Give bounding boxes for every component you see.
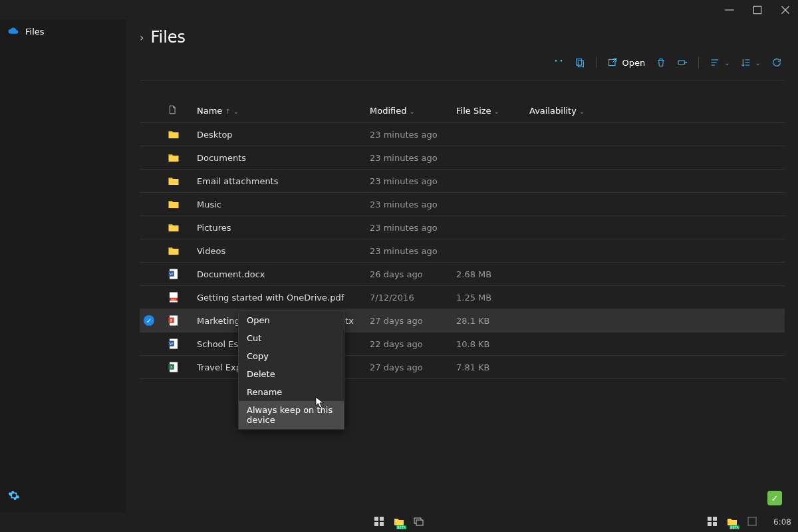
file-size <box>452 216 525 239</box>
open-label: Open <box>622 58 645 68</box>
tray-icon[interactable] <box>747 516 757 529</box>
col-name[interactable]: Name↑⌄ <box>193 99 366 123</box>
taskbar-clock[interactable]: 6:08 <box>773 517 791 527</box>
open-button[interactable]: Open <box>604 55 648 70</box>
close-button[interactable] <box>779 4 791 16</box>
file-name[interactable]: Email attachments <box>193 170 366 193</box>
table-row[interactable]: Music23 minutes ago <box>140 193 785 216</box>
file-availability <box>525 332 618 356</box>
delete-button[interactable] <box>653 55 669 70</box>
table-row[interactable]: Documents23 minutes ago <box>140 146 785 170</box>
table-row[interactable]: ✓PMarketing Strategy - 2020 Plan.pptx27 … <box>140 309 785 332</box>
sidebar-bottom <box>0 481 126 512</box>
table-row[interactable]: Videos23 minutes ago <box>140 239 785 263</box>
file-name[interactable]: Music <box>193 193 366 216</box>
file-size: 7.81 KB <box>452 356 525 379</box>
svg-text:W: W <box>170 272 174 276</box>
row-check[interactable] <box>140 216 164 239</box>
sort-button[interactable]: ⌄ <box>707 55 732 70</box>
titlebar <box>0 0 798 20</box>
app-window: Files › Files Open <box>0 0 798 512</box>
row-check[interactable] <box>140 286 164 309</box>
file-modified: 7/12/2016 <box>366 286 452 309</box>
sync-status-badge[interactable]: ✓ <box>767 491 782 505</box>
table-row[interactable]: Pictures23 minutes ago <box>140 216 785 239</box>
file-availability <box>525 286 618 309</box>
context-menu: OpenCutCopyDeleteRenameAlways keep on th… <box>238 311 344 430</box>
svg-rect-4 <box>577 59 582 65</box>
context-menu-item[interactable]: Copy <box>239 347 344 365</box>
svg-rect-24 <box>380 517 384 521</box>
file-type-icon <box>164 170 193 193</box>
sidebar: Files <box>0 20 126 512</box>
cloud-icon <box>8 25 19 38</box>
file-name[interactable]: Desktop <box>193 123 366 146</box>
row-check[interactable] <box>140 263 164 286</box>
table-row[interactable]: XTravel Expenses.xlsx27 days ago7.81 KB <box>140 356 785 379</box>
file-availability <box>525 146 618 170</box>
settings-button[interactable] <box>8 491 20 504</box>
svg-rect-28 <box>416 520 423 525</box>
cut-button[interactable] <box>551 55 567 70</box>
row-check[interactable] <box>140 146 164 170</box>
row-check[interactable] <box>140 193 164 216</box>
table-row[interactable]: WSchool Essay.docx22 days ago10.8 KB <box>140 332 785 356</box>
file-size: 28.1 KB <box>452 309 525 332</box>
refresh-button[interactable] <box>769 55 785 70</box>
file-name[interactable]: Document.docx <box>193 263 366 286</box>
table-row[interactable]: Desktop23 minutes ago <box>140 123 785 146</box>
chevron-down-icon: ⌄ <box>724 59 730 66</box>
col-filesize[interactable]: File Size⌄ <box>452 99 525 123</box>
svg-rect-30 <box>713 517 717 521</box>
row-check[interactable] <box>140 123 164 146</box>
context-menu-item[interactable]: Cut <box>239 329 344 347</box>
minimize-button[interactable] <box>724 4 735 16</box>
cursor-icon <box>315 396 325 408</box>
file-name[interactable]: Videos <box>193 239 366 263</box>
context-menu-item[interactable]: Open <box>239 311 344 329</box>
chevron-down-icon: ⌄ <box>494 108 499 115</box>
chevron-down-icon: ⌄ <box>755 59 761 66</box>
start-button[interactable] <box>374 516 384 529</box>
svg-rect-7 <box>678 61 684 65</box>
taskbar-right: 6:08 <box>707 516 791 529</box>
file-name[interactable]: Documents <box>193 146 366 170</box>
col-availability[interactable]: Availability⌄ <box>525 99 618 123</box>
file-name[interactable]: Getting started with OneDrive.pdf <box>193 286 366 309</box>
explorer-taskbar-icon[interactable] <box>394 516 404 529</box>
main: › Files Open ⌄ ⌄ <box>126 20 798 512</box>
table-row[interactable]: Email attachments23 minutes ago <box>140 170 785 193</box>
file-modified: 23 minutes ago <box>366 170 452 193</box>
copy-button[interactable] <box>572 55 588 70</box>
context-menu-item[interactable]: Always keep on this device <box>239 401 344 429</box>
file-table-wrap: Name↑⌄ Modified⌄ File Size⌄ Availability… <box>140 99 785 512</box>
row-check[interactable] <box>140 356 164 379</box>
svg-rect-1 <box>753 6 761 13</box>
svg-rect-33 <box>748 517 756 525</box>
taskbar: 6:08 <box>0 512 798 532</box>
row-check[interactable] <box>140 170 164 193</box>
file-name[interactable]: Pictures <box>193 216 366 239</box>
maximize-button[interactable] <box>751 4 763 16</box>
context-menu-item[interactable]: Delete <box>239 365 344 383</box>
table-row[interactable]: WDocument.docx26 days ago2.68 MB <box>140 263 785 286</box>
sidebar-item-files[interactable]: Files <box>0 20 126 43</box>
file-type-icon: PDF <box>164 286 193 309</box>
taskview-button[interactable] <box>414 516 424 529</box>
row-check[interactable]: ✓ <box>140 309 164 332</box>
explorer-taskbar-icon-right[interactable] <box>727 516 737 529</box>
file-modified: 23 minutes ago <box>366 123 452 146</box>
move-button[interactable] <box>674 55 690 70</box>
file-size <box>452 239 525 263</box>
svg-text:W: W <box>170 342 174 346</box>
table-row[interactable]: PDFGetting started with OneDrive.pdf7/12… <box>140 286 785 309</box>
col-icon[interactable] <box>164 99 193 123</box>
start-button-right[interactable] <box>707 516 718 529</box>
col-modified[interactable]: Modified⌄ <box>366 99 452 123</box>
row-check[interactable] <box>140 332 164 356</box>
row-check[interactable] <box>140 239 164 263</box>
group-button[interactable]: ⌄ <box>738 55 763 70</box>
context-menu-item[interactable]: Rename <box>239 383 344 401</box>
col-checkbox[interactable] <box>140 99 164 123</box>
chevron-down-icon: ⌄ <box>579 108 585 115</box>
